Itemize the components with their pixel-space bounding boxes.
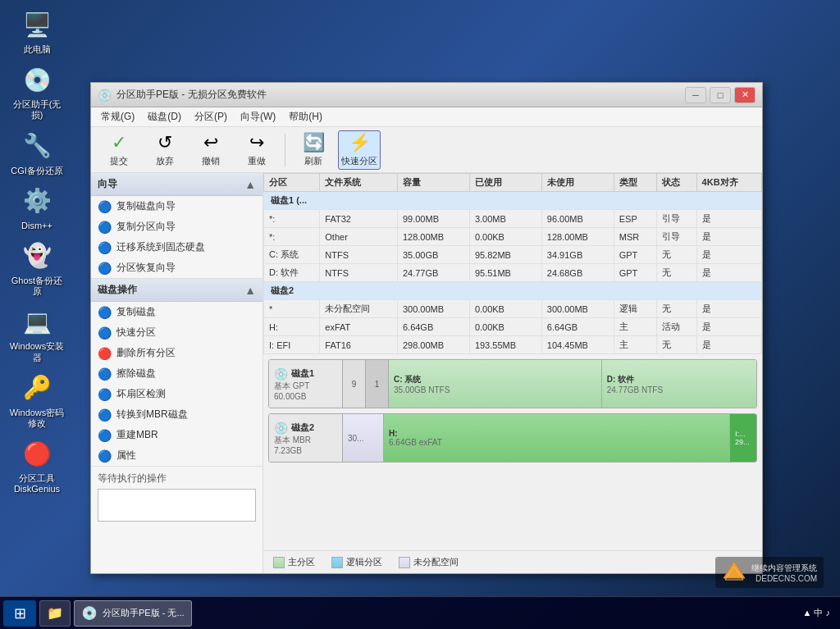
desktop-icon-dism[interactable]: ⚙️ Dism++ [8, 185, 66, 231]
row-align: 是 [696, 246, 761, 264]
desktop-icon-diskgenius[interactable]: 🔴 分区工具 DiskGenius [8, 437, 66, 495]
desktop-icon-winsetup[interactable]: 💻 Windows安装器 [8, 305, 66, 362]
pc-icon: 🖥️ [21, 8, 53, 41]
legend-logic: 逻辑分区 [331, 556, 382, 568]
refresh-button[interactable]: 🔄 刷新 [292, 130, 335, 170]
toolbar-separator [285, 134, 285, 166]
disk2-part-i[interactable]: I:... 29... [730, 414, 756, 462]
svg-marker-0 [724, 562, 745, 578]
desktop-icon-partassist[interactable]: 💿 分区助手(无损) [8, 63, 66, 121]
start-button[interactable]: ⊞ [3, 600, 36, 627]
row-partition: I: EFI [264, 336, 320, 354]
table-row[interactable]: *: FAT32 99.00MB 3.00MB 96.00MB ESP 引导 是 [264, 210, 762, 228]
table-row[interactable]: I: EFI FAT16 298.00MB 193.55MB 104.45MB … [264, 336, 762, 354]
quickpart-button[interactable]: ⚡ 快速分区 [338, 130, 381, 170]
menu-wizard[interactable]: 向导(W) [234, 108, 282, 125]
desktop-icon-winpwd[interactable]: 🔑 Windows密码修改 [8, 371, 66, 429]
sidebar-wipe-disk[interactable]: 🔵 擦除磁盘 [91, 363, 262, 384]
copy-disk-icon: 🔵 [98, 200, 112, 213]
redo-label: 重做 [248, 155, 266, 167]
table-row[interactable]: * 未分配空间 300.00MB 0.00KB 300.00MB 逻辑 无 是 [264, 300, 762, 318]
sidebar-copy-partition-wizard[interactable]: 🔵 复制分区向导 [91, 217, 262, 237]
quickpart-icon: ⚡ [349, 132, 371, 153]
row-type: 主 [614, 318, 656, 336]
disk2-unalloc-info: 30... [348, 434, 378, 443]
disk1-header-row[interactable]: 磁盘1 (... [264, 192, 762, 210]
disk2-type: 基本 MBR [274, 435, 337, 446]
title-bar: 💿 分区助手PE版 - 无损分区免费软件 ─ □ ✕ [91, 83, 762, 107]
row-capacity: 24.77GB [397, 264, 469, 282]
menu-disk[interactable]: 磁盘(D) [141, 108, 188, 125]
active-app-label: 分区助手PE版 - 无... [103, 607, 185, 619]
disk2-label: 磁盘2 [264, 282, 762, 300]
disk2-part-h[interactable]: H: 6.64GB exFAT [384, 414, 730, 462]
disk1-part-esp[interactable]: 9 [343, 360, 366, 408]
sidebar-copy-disk-wizard[interactable]: 🔵 复制磁盘向导 [91, 196, 262, 217]
main-window: 💿 分区助手PE版 - 无损分区免费软件 ─ □ ✕ 常规(G) 磁盘(D) 分… [90, 82, 763, 574]
legend-free: 未分配空间 [399, 556, 459, 568]
submit-button[interactable]: ✓ 提交 [98, 130, 140, 170]
file-explorer-button[interactable]: 📁 [39, 600, 71, 627]
row-used: 3.00MB [469, 210, 541, 228]
sidebar-delete-all[interactable]: 🔴 删除所有分区 [91, 343, 262, 363]
table-row[interactable]: C: 系统 NTFS 35.00GB 95.82MB 34.91GB GPT 无… [264, 246, 762, 264]
disk1-partitions: 9 1 C: 系统 35.00GB NTFS D: 软件 2 [343, 360, 756, 408]
tray-time: ▲ 中 ♪ [803, 607, 831, 619]
table-row[interactable]: *: Other 128.00MB 0.00KB 128.00MB MSR 引导… [264, 228, 762, 246]
copy-disk-label: 复制磁盘向导 [116, 199, 176, 213]
discard-button[interactable]: ↺ 放弃 [144, 130, 186, 170]
migrate-ssd-label: 迁移系统到固态硬盘 [116, 240, 205, 254]
sidebar-recover-partition[interactable]: 🔵 分区恢复向导 [91, 258, 262, 278]
sidebar-copy-disk[interactable]: 🔵 复制磁盘 [91, 302, 262, 322]
row-capacity: 35.00GB [397, 246, 469, 264]
table-row[interactable]: H: exFAT 6.64GB 0.00KB 6.64GB 主 活动 是 [264, 318, 762, 336]
row-fs: Other [320, 228, 398, 246]
window-title: 分区助手PE版 - 无损分区免费软件 [116, 88, 685, 102]
row-type: GPT [614, 246, 656, 264]
desktop-icon-cgi[interactable]: 🔧 CGI备份还原 [8, 130, 66, 176]
row-align: 是 [696, 300, 761, 318]
redo-button[interactable]: ↪ 重做 [235, 130, 278, 170]
discard-label: 放弃 [156, 155, 174, 167]
row-align: 是 [696, 336, 761, 354]
sidebar-rebuild-mbr[interactable]: 🔵 重建MBR [91, 425, 262, 445]
row-used: 193.55MB [469, 336, 541, 354]
minimize-button[interactable]: ─ [685, 87, 706, 103]
sidebar-to-mbr[interactable]: 🔵 转换到MBR磁盘 [91, 404, 262, 425]
sidebar-quick-partition[interactable]: 🔵 快速分区 [91, 322, 262, 343]
disk2-visual-label: 💿 磁盘2 基本 MBR 7.23GB [269, 414, 343, 462]
maximize-button[interactable]: □ [710, 87, 731, 103]
menu-partition[interactable]: 分区(P) [188, 108, 234, 125]
sidebar-properties[interactable]: 🔵 属性 [91, 445, 262, 466]
row-capacity: 300.00MB [397, 300, 469, 318]
disk1-part-d[interactable]: D: 软件 24.77GB NTFS [602, 360, 756, 408]
content-area: 向导 ▲ 🔵 复制磁盘向导 🔵 复制分区向导 🔵 迁移系统到固态硬盘 [91, 173, 762, 573]
desktop-icon-ghost[interactable]: 👻 Ghost备份还原 [8, 239, 66, 297]
copy-disk-op-label: 复制磁盘 [116, 305, 156, 319]
toolbar: ✓ 提交 ↺ 放弃 ↩ 撤销 ↪ 重做 🔄 刷新 ⚡ 快速分区 [91, 127, 762, 173]
disk1-part-c[interactable]: C: 系统 35.00GB NTFS [389, 360, 602, 408]
desktop-icon-pc[interactable]: 🖥️ 此电脑 [8, 8, 66, 55]
row-used: 95.51MB [469, 264, 541, 282]
row-partition: * [264, 300, 320, 318]
disk2-header-row[interactable]: 磁盘2 [264, 282, 762, 300]
col-status: 状态 [656, 174, 696, 192]
menu-help[interactable]: 帮助(H) [282, 108, 329, 125]
sidebar-bad-sector[interactable]: 🔵 坏扇区检测 [91, 384, 262, 404]
sidebar-migrate-ssd[interactable]: 🔵 迁移系统到固态硬盘 [91, 237, 262, 258]
undo-button[interactable]: ↩ 撤销 [189, 130, 232, 170]
sidebar: 向导 ▲ 🔵 复制磁盘向导 🔵 复制分区向导 🔵 迁移系统到固态硬盘 [91, 173, 263, 573]
table-row[interactable]: D: 软件 NTFS 24.77GB 95.51MB 24.68GB GPT 无… [264, 264, 762, 282]
active-app-button[interactable]: 💿 分区助手PE版 - 无... [74, 600, 192, 627]
disk1-part-msr[interactable]: 1 [366, 360, 389, 408]
disk2-part-unalloc[interactable]: 30... [343, 414, 384, 462]
partition-table-area: 分区 文件系统 容量 已使用 未使用 类型 状态 4KB对齐 [263, 173, 762, 354]
diskgenius-icon: 🔴 [21, 437, 53, 470]
disk-ops-collapse[interactable]: ▲ [244, 284, 256, 297]
submit-label: 提交 [110, 155, 128, 167]
wizard-collapse[interactable]: ▲ [244, 178, 256, 191]
menu-normal[interactable]: 常规(G) [94, 108, 141, 125]
close-button[interactable]: ✕ [734, 87, 756, 103]
copy-partition-label: 复制分区向导 [116, 220, 176, 234]
pending-title: 等待执行的操作 [98, 472, 256, 485]
